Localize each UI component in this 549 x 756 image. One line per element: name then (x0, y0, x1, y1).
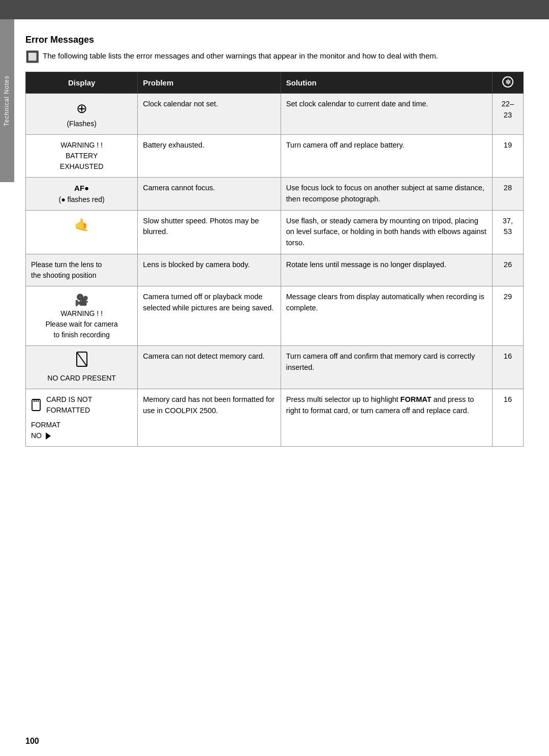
col-header-pageref: ✲ (492, 72, 523, 94)
display-cell-lens: Please turn the lens to the shooting pos… (26, 254, 138, 286)
problem-cell-recording: Camera turned off or playback mode selec… (138, 286, 281, 345)
solution-cell-clock: Set clock calendar to current date and t… (281, 94, 492, 135)
pageref-cell-lens: 26 (492, 254, 523, 286)
table-row: 🎥 WARNING ! ! Please wait for camera to … (26, 286, 524, 345)
pageref-cell-shake: 37,53 (492, 210, 523, 254)
page-number: 100 (25, 737, 39, 746)
pageref-cell-battery: 19 (492, 135, 523, 178)
intro-row: 🔲 The following table lists the error me… (25, 50, 524, 64)
top-bar (0, 0, 549, 19)
display-cell-nocard: NO CARD PRESENT (26, 345, 138, 389)
sidebar-tab: Technical Notes (0, 19, 14, 182)
section-title: Error Messages (25, 35, 524, 45)
sidebar-label: Technical Notes (3, 75, 10, 126)
display-cell-format: CARD IS NOTFORMATTED FORMAT NO (26, 389, 138, 446)
display-cell-recording: 🎥 WARNING ! ! Please wait for camera to … (26, 286, 138, 345)
col-header-problem: Problem (138, 72, 281, 94)
display-cell-shake: 🤙 (26, 210, 138, 254)
table-row: AF● (● flashes red) Camera cannot focus.… (26, 178, 524, 211)
table-row: WARNING ! ! BATTERY EXHAUSTED Battery ex… (26, 135, 524, 178)
table-row: ⊕ (Flashes) Clock calendar not set. Set … (26, 94, 524, 135)
card-format-icon (31, 399, 43, 411)
pageref-cell-af: 28 (492, 178, 523, 211)
pageref-cell-format: 16 (492, 389, 523, 446)
svg-text:✲: ✲ (505, 78, 510, 86)
solution-cell-shake: Use flash, or steady camera by mounting … (281, 210, 492, 254)
solution-cell-af: Use focus lock to focus on another subje… (281, 178, 492, 211)
solution-cell-battery: Turn camera off and replace battery. (281, 135, 492, 178)
solution-cell-nocard: Turn camera off and confirm that memory … (281, 345, 492, 389)
main-content: Error Messages 🔲 The following table lis… (25, 35, 524, 467)
svg-line-3 (77, 352, 87, 366)
no-card-icon (31, 351, 132, 373)
memory-icon: 🎥 (31, 292, 132, 308)
display-cell-clock: ⊕ (Flashes) (26, 94, 138, 135)
error-messages-table: Display Problem Solution ✲ ⊕ (Flashes) C… (25, 72, 524, 447)
col-header-display: Display (26, 72, 138, 94)
col-header-solution: Solution (281, 72, 492, 94)
solution-cell-lens: Rotate lens until message is no longer d… (281, 254, 492, 286)
problem-cell-battery: Battery exhausted. (138, 135, 281, 178)
problem-cell-clock: Clock calendar not set. (138, 94, 281, 135)
problem-cell-shake: Slow shutter speed. Photos may be blurre… (138, 210, 281, 254)
problem-cell-lens: Lens is blocked by camera body. (138, 254, 281, 286)
display-cell-battery: WARNING ! ! BATTERY EXHAUSTED (26, 135, 138, 178)
problem-cell-nocard: Camera can not detect memory card. (138, 345, 281, 389)
pageref-cell-clock: 22–23 (492, 94, 523, 135)
table-row: Please turn the lens to the shooting pos… (26, 254, 524, 286)
wrench-icon: ✲ (502, 76, 513, 88)
problem-cell-af: Camera cannot focus. (138, 178, 281, 211)
table-row: CARD IS NOTFORMATTED FORMAT NO Memory ca… (26, 389, 524, 446)
solution-cell-recording: Message clears from display automaticall… (281, 286, 492, 345)
pageref-cell-nocard: 16 (492, 345, 523, 389)
table-row: 🤙 Slow shutter speed. Photos may be blur… (26, 210, 524, 254)
intro-text: The following table lists the error mess… (43, 50, 438, 62)
shake-icon: 🤙 (31, 216, 132, 234)
triangle-right-icon (46, 432, 51, 440)
solution-cell-format: Press multi selector up to highlight FOR… (281, 389, 492, 446)
problem-cell-format: Memory card has not been formatted for u… (138, 389, 281, 446)
display-cell-af: AF● (● flashes red) (26, 178, 138, 211)
note-icon: 🔲 (25, 50, 39, 64)
table-row: NO CARD PRESENT Camera can not detect me… (26, 345, 524, 389)
pageref-cell-recording: 29 (492, 286, 523, 345)
